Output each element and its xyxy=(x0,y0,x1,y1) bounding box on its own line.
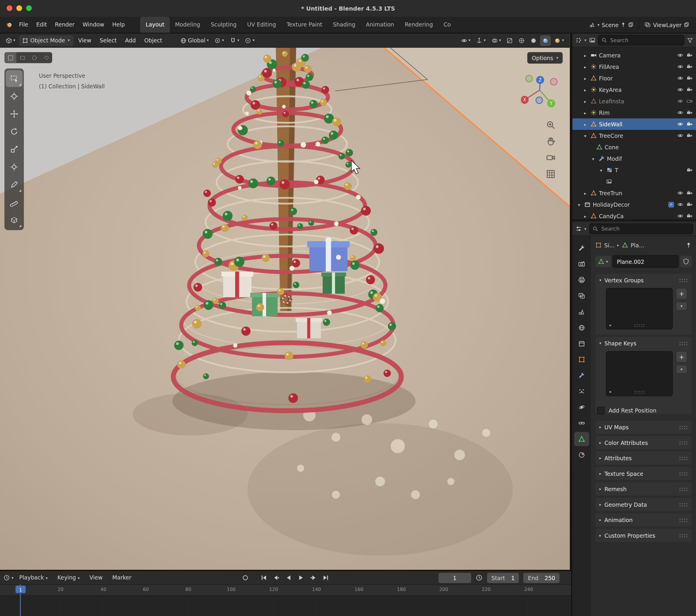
disable-render-icon[interactable] xyxy=(686,75,693,81)
menu-object[interactable]: Object xyxy=(141,35,165,46)
hide-eye-icon[interactable] xyxy=(677,132,683,139)
visibility-popover[interactable]: ▾ xyxy=(459,35,473,46)
panel-drag-grip[interactable] xyxy=(679,440,688,444)
panel-drag-grip[interactable] xyxy=(679,278,688,282)
timeline-ruler[interactable]: 20 40 60 80 100 120 140 160 180 200 220 … xyxy=(0,585,571,596)
playhead-frame-badge[interactable]: 1 xyxy=(16,586,26,593)
workspace-tab-uv-editing[interactable]: UV Editing xyxy=(242,17,281,33)
play-button[interactable] xyxy=(295,572,307,583)
expand-chevron-icon[interactable]: ▸ xyxy=(582,99,588,104)
gift-box-dark-green[interactable] xyxy=(321,273,346,294)
list-resize-grip[interactable] xyxy=(634,390,645,394)
hide-eye-icon[interactable] xyxy=(677,98,683,104)
add-vertex-group-button[interactable]: + xyxy=(676,288,687,299)
tab-world[interactable] xyxy=(574,321,589,335)
collapse-chevron-icon[interactable]: ▾ xyxy=(598,167,604,173)
timeline-dopesheet-area[interactable] xyxy=(0,596,571,616)
panel-header-uv-maps[interactable]: ▸ UV Maps xyxy=(596,421,692,434)
outliner-item-candycane[interactable]: ▸ CandyCa xyxy=(572,210,696,221)
workspace-tab-layout[interactable]: Layout xyxy=(140,17,170,33)
outliner-item-treetrunk[interactable]: ▸ TreeTrun xyxy=(572,187,696,199)
menu-keying[interactable]: Keying ▾ xyxy=(53,572,84,583)
properties-search-input[interactable] xyxy=(601,225,690,232)
add-rest-position-checkbox[interactable] xyxy=(597,407,605,415)
tool-scale[interactable] xyxy=(6,141,23,158)
tab-output[interactable] xyxy=(574,273,589,287)
workspace-tab-rendering[interactable]: Rendering xyxy=(399,17,438,33)
jump-to-start-button[interactable] xyxy=(258,572,270,583)
workspace-tab-shading[interactable]: Shading xyxy=(328,17,361,33)
tab-view-layer[interactable] xyxy=(574,289,589,303)
disable-render-icon[interactable] xyxy=(686,64,693,70)
hide-eye-icon[interactable] xyxy=(677,64,683,70)
tab-tool[interactable] xyxy=(574,241,589,255)
outliner-search[interactable] xyxy=(598,35,684,46)
workspace-tab-animation[interactable]: Animation xyxy=(361,17,399,33)
mode-selector[interactable]: Object Mode ▾ xyxy=(19,35,73,46)
overlays-popover[interactable]: ▾ xyxy=(489,35,503,46)
hide-eye-icon[interactable] xyxy=(677,121,683,127)
disable-render-icon[interactable] xyxy=(686,132,693,139)
select-box-button[interactable] xyxy=(16,52,29,63)
panel-drag-grip[interactable] xyxy=(679,341,688,345)
tool-measure[interactable] xyxy=(6,194,23,211)
menu-select[interactable]: Select xyxy=(96,35,120,46)
workspace-tab-compositing[interactable]: Co xyxy=(438,17,456,33)
hide-eye-icon[interactable] xyxy=(677,75,683,81)
disable-render-icon[interactable] xyxy=(686,86,693,93)
panel-drag-grip[interactable] xyxy=(679,533,688,537)
pan-hand-icon[interactable] xyxy=(546,136,556,146)
mesh-datablock-selector[interactable]: ▾ xyxy=(596,256,611,268)
gizmos-popover[interactable]: ▾ xyxy=(474,35,488,46)
outliner-item-fillarea[interactable]: ▸ FillArea xyxy=(572,61,696,72)
expand-chevron-icon[interactable]: ▸ xyxy=(582,76,588,81)
fake-user-shield-button[interactable] xyxy=(680,256,692,268)
menu-marker[interactable]: Marker xyxy=(108,572,136,583)
hide-eye-icon[interactable] xyxy=(677,110,683,116)
shading-wireframe-button[interactable] xyxy=(517,35,527,46)
disable-render-icon[interactable] xyxy=(686,121,693,127)
collapse-chevron-icon[interactable]: ▾ xyxy=(582,133,588,138)
outliner-item-sub[interactable] xyxy=(572,176,696,187)
tab-particles[interactable] xyxy=(574,384,589,399)
shading-material-button[interactable] xyxy=(540,35,551,46)
chevron-down-icon[interactable]: ▾ xyxy=(12,576,14,580)
chevron-down-icon[interactable]: ▾ xyxy=(584,38,586,43)
shape-keys-list[interactable]: ▸ xyxy=(606,351,673,396)
outliner-item-texture[interactable]: ▾ T xyxy=(572,164,696,176)
gizmo-x-negative[interactable] xyxy=(551,78,557,85)
chevron-down-icon[interactable]: ▾ xyxy=(584,227,586,231)
new-scene-icon[interactable] xyxy=(628,22,634,27)
expand-chevron-icon[interactable]: ▸ xyxy=(582,64,588,69)
gift-box-green[interactable] xyxy=(250,293,279,317)
workspace-tab-sculpting[interactable]: Sculpting xyxy=(205,17,242,33)
select-lasso-button[interactable] xyxy=(41,52,52,63)
camera-view-icon[interactable] xyxy=(546,153,556,163)
proportional-editing-selector[interactable]: ▾ xyxy=(243,35,257,46)
hide-eye-icon[interactable] xyxy=(677,213,683,219)
menu-view-timeline[interactable]: View xyxy=(85,572,107,583)
tool-move[interactable] xyxy=(6,106,23,123)
panel-header-custom-properties[interactable]: ▸ Custom Properties xyxy=(596,529,692,542)
collection-checkbox[interactable]: ✓ xyxy=(668,202,674,208)
jump-to-end-button[interactable] xyxy=(320,572,332,583)
outliner-search-input[interactable] xyxy=(610,37,681,44)
hide-eye-icon[interactable] xyxy=(677,52,683,58)
snapping-selector[interactable]: ▾ xyxy=(227,35,241,46)
panel-header-shape-keys[interactable]: ▾ Shape Keys xyxy=(596,337,692,350)
tab-scene[interactable] xyxy=(574,305,589,319)
editor-type-button[interactable]: ▾ xyxy=(3,35,17,46)
menu-window[interactable]: Window xyxy=(78,19,108,30)
shape-key-specials-button[interactable]: ▾ xyxy=(676,365,687,374)
scene-selector[interactable]: ▾ Scene xyxy=(585,21,637,28)
expand-chevron-icon[interactable]: ▸ xyxy=(582,110,588,115)
transform-orientation-selector[interactable]: Global ▾ xyxy=(178,35,211,46)
outliner-item-holidaydecor[interactable]: ▾ HolidayDecor ✓ xyxy=(572,199,696,210)
disable-render-icon[interactable] xyxy=(686,167,693,173)
outliner-item-treecore[interactable]: ▾ TreeCore xyxy=(572,130,696,141)
shading-solid-button[interactable] xyxy=(528,35,539,46)
select-tweak-button[interactable] xyxy=(4,52,16,63)
expand-chevron-icon[interactable]: ▸ xyxy=(582,191,588,195)
workspace-tab-modeling[interactable]: Modeling xyxy=(170,17,205,33)
properties-search[interactable] xyxy=(589,224,693,234)
